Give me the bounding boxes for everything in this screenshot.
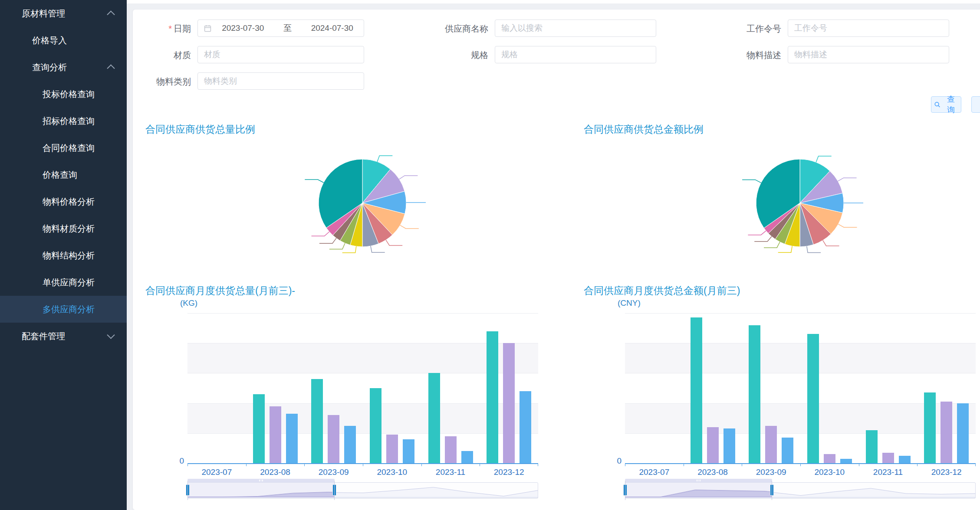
app-root: { "sidebar": { "items": [ {"label": "原材料… [0, 0, 980, 510]
query-button-label: 查询 [944, 94, 958, 115]
sidebar-item-10[interactable]: 单供应商分析 [0, 269, 127, 296]
bar-series-0 [807, 334, 819, 463]
sidebar-item-9[interactable]: 物料结构分析 [0, 242, 127, 269]
grid-band [625, 343, 976, 373]
bar-series-2 [344, 426, 356, 464]
pie-label-line [386, 240, 402, 245]
bar-chart-monthly-amount[interactable] [625, 313, 976, 464]
bar-series-1 [707, 427, 719, 463]
grip-dot [261, 480, 262, 481]
x-axis-tick [800, 463, 801, 466]
bar-series-1 [270, 406, 281, 463]
sidebar-item-label: 物料结构分析 [43, 251, 95, 260]
bar-series-1 [386, 435, 398, 463]
grid-band [187, 313, 538, 343]
sidebar-item-2[interactable]: 查询分析 [0, 54, 127, 81]
x-axis-label: 2023-11 [421, 468, 480, 477]
gridline [187, 433, 538, 434]
chevron-up-icon [107, 10, 115, 18]
sidebar-item-7[interactable]: 物料价格分析 [0, 188, 127, 215]
gridline [625, 343, 976, 343]
bar1-unit-label: (KG) [180, 298, 197, 308]
grid-band [625, 433, 976, 463]
datazoom-selected-range[interactable] [187, 479, 335, 498]
bar-series-0 [428, 373, 440, 463]
spec-label: 规格 [406, 46, 488, 64]
datazoom-move-handle[interactable] [187, 479, 335, 482]
gridline [625, 433, 976, 434]
bar2-title: 合同供应商月度供货总金额(月前三) [584, 284, 740, 298]
datazoom-handle-right[interactable] [770, 484, 774, 496]
bar-series-2 [957, 403, 969, 463]
date-range-input[interactable]: 2023-07-30 至 2024-07-30 [197, 20, 364, 37]
sidebar-item-label: 投标价格查询 [43, 89, 95, 99]
bar-series-0 [749, 325, 760, 463]
pie-label-line [823, 240, 839, 246]
sidebar-item-11[interactable]: 多供应商分析 [0, 296, 127, 323]
sidebar-item-label: 价格导入 [32, 36, 67, 45]
grid-band [187, 403, 538, 433]
gridline [187, 343, 538, 343]
date-start-value[interactable]: 2023-07-30 [211, 23, 275, 33]
spec-input[interactable] [495, 46, 656, 63]
bar2-x-axis-labels: 2023-072023-082023-092023-102023-112023-… [625, 468, 976, 479]
x-axis-tick [421, 463, 422, 466]
pie-label-line [778, 246, 793, 252]
gridline [625, 313, 976, 314]
bar2-y-zero-label: 0 [610, 456, 622, 466]
bar-series-1 [882, 453, 894, 463]
material-input[interactable] [197, 46, 364, 63]
work-order-input[interactable] [788, 20, 949, 37]
datazoom-selected-range[interactable] [625, 479, 772, 498]
datazoom-handle-right[interactable] [332, 484, 336, 496]
pie-label-line [342, 246, 356, 253]
x-axis-label: 2023-07 [187, 468, 246, 477]
date-label: *日期 [133, 20, 191, 38]
x-axis-label: 2023-12 [480, 468, 538, 477]
x-axis-tick [187, 463, 188, 466]
sidebar-item-label: 查询分析 [32, 62, 67, 72]
bar-series-2 [840, 459, 852, 463]
bar-series-1 [503, 343, 515, 463]
work-order-label: 工作令号 [707, 20, 781, 38]
required-asterisk: * [168, 24, 172, 33]
pie-label-line [807, 246, 821, 253]
sidebar-item-4[interactable]: 招标价格查询 [0, 108, 127, 134]
grid-band [187, 373, 538, 403]
secondary-button-partial[interactable] [971, 96, 980, 113]
sidebar-item-3[interactable]: 投标价格查询 [0, 81, 127, 108]
bar1-datazoom-slider[interactable] [187, 479, 538, 507]
sidebar-item-6[interactable]: 价格查询 [0, 161, 127, 188]
pie-chart-supply-amount[interactable] [717, 132, 900, 280]
main-content: *日期 2023-07-30 至 2024-07-30 供应商名称 工作令号 材… [127, 0, 980, 510]
datazoom-move-handle[interactable] [625, 479, 772, 482]
query-button[interactable]: 查询 [931, 96, 961, 113]
grid-band [187, 433, 538, 463]
datazoom-handle-left[interactable] [186, 484, 190, 496]
bar2-unit-label: (CNY) [618, 298, 641, 308]
sidebar-item-label: 物料材质分析 [43, 224, 95, 233]
pie-label-line [329, 243, 345, 249]
x-axis-tick [480, 463, 480, 466]
sidebar-item-8[interactable]: 物料材质分析 [0, 215, 127, 242]
pie-chart-supply-quantity[interactable] [280, 132, 462, 280]
sidebar-item-12[interactable]: 配套件管理 [0, 323, 127, 350]
supplier-input[interactable] [495, 20, 656, 37]
x-axis-label: 2023-10 [363, 468, 421, 477]
sidebar-item-5[interactable]: 合同价格查询 [0, 134, 127, 161]
datazoom-handle-left[interactable] [623, 484, 627, 496]
bar-chart-monthly-quantity[interactable] [187, 313, 538, 464]
sidebar-item-0[interactable]: 原材料管理 [0, 0, 127, 27]
chevron-up-icon [107, 64, 115, 72]
material-desc-input[interactable] [788, 46, 949, 63]
grid-band [187, 343, 538, 373]
bar-series-0 [487, 331, 498, 463]
bar-series-2 [520, 391, 531, 463]
grid-band [625, 373, 976, 403]
date-end-value[interactable]: 2024-07-30 [301, 23, 364, 33]
material-desc-label: 物料描述 [707, 46, 781, 64]
bar2-datazoom-slider[interactable] [625, 479, 976, 507]
sidebar-item-1[interactable]: 价格导入 [0, 27, 127, 54]
pie-label-line [742, 180, 761, 183]
material-category-input[interactable] [197, 72, 364, 90]
